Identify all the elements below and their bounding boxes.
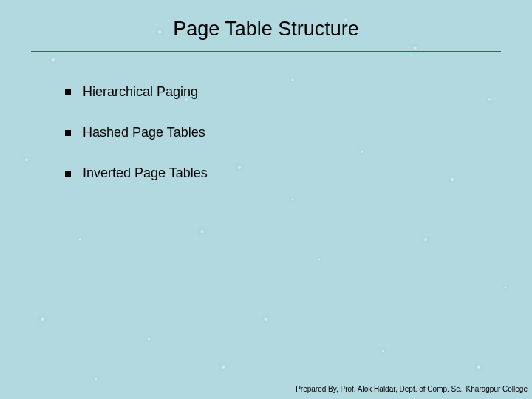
bullet-text: Hashed Page Tables	[83, 125, 205, 140]
bullet-text: Hierarchical Paging	[83, 84, 198, 100]
list-item: Hierarchical Paging	[65, 84, 532, 100]
square-bullet-icon	[65, 130, 71, 136]
slide: Page Table Structure Hierarchical Paging…	[0, 0, 532, 399]
list-item: Inverted Page Tables	[65, 166, 532, 181]
bullet-text: Inverted Page Tables	[83, 166, 208, 181]
slide-title: Page Table Structure	[0, 0, 532, 41]
slide-body: Hierarchical Paging Hashed Page Tables I…	[0, 52, 532, 181]
footer-attribution: Prepared By, Prof. Alok Haldar, Dept. of…	[296, 385, 528, 393]
list-item: Hashed Page Tables	[65, 125, 532, 140]
square-bullet-icon	[65, 89, 71, 95]
square-bullet-icon	[65, 171, 71, 177]
